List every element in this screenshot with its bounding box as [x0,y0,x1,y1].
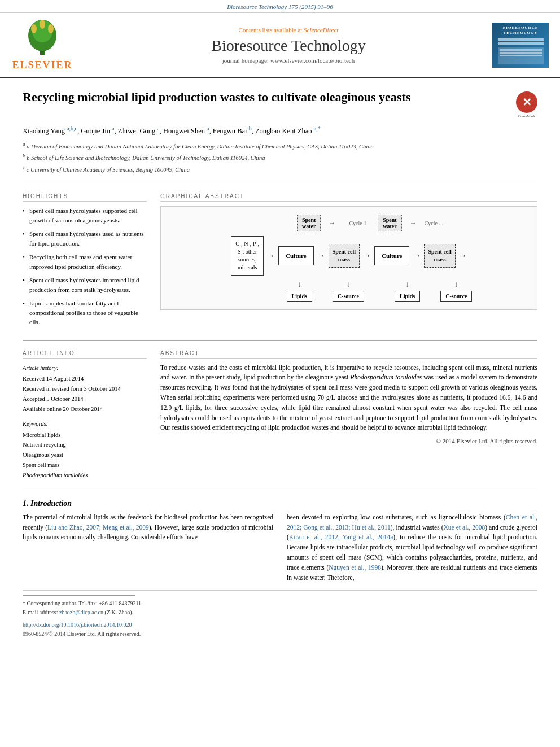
keyword-2: Nutrient recycling [23,440,147,450]
abstract-section: ABSTRACT To reduce wastes and the costs … [160,350,537,480]
elsevier-label: ELSEVIER [12,59,72,71]
journal-citation: Bioresource Technology 175 (2015) 91–96 [227,3,333,10]
graphical-abstract-label: GRAPHICAL ABSTRACT [160,193,537,202]
issn-line: 0960-8524/© 2014 Elsevier Ltd. All right… [23,630,537,639]
intro-right-col: been devoted to exploring low cost subst… [287,513,537,583]
journal-header: ELSEVIER Contents lists available at Sci… [0,13,560,78]
keyword-5: Rhodosporidium toruloides [23,470,147,480]
article-info-section: ARTICLE INFO Article history: Received 1… [23,350,147,480]
accepted-date: Accepted 5 October 2014 [23,394,147,404]
revised-date: Received in revised form 3 October 2014 [23,384,147,394]
logo-decoration [498,38,544,45]
intro-left-col: The potential of microbial lipids as the… [23,513,273,583]
journal-logo-right: BIORESOURCETECHNOLOGY [492,23,549,68]
keyword-3: Oleaginous yeast [23,450,147,460]
divider-2 [23,340,537,341]
abstract-text: To reduce wastes and the costs of microb… [160,363,537,434]
footnote-area: * Corresponding author. Tel./fax: +86 41… [23,590,537,639]
svg-point-4 [40,20,45,29]
elsevier-logo: ELSEVIER [11,19,73,71]
sciencedirect-line: Contents lists available at ScienceDirec… [85,27,492,33]
keyword-1: Microbial lipids [23,430,147,440]
crossmark-badge: ✕ CrossMark [516,91,537,119]
article-content: Recycling microbial lipid production was… [0,78,560,650]
abstract-label: ABSTRACT [160,350,537,359]
article-info-label: ARTICLE INFO [23,350,147,359]
and-text: and [489,524,498,531]
ref-yang: Yang et al., 2014a [343,534,393,540]
highlights-list: Spent cell mass hydrolysates supported c… [23,206,147,327]
affiliations: a a Division of Biotechnology and Dalian… [23,140,537,174]
corresponding-author: * Corresponding author. Tel./fax: +86 41… [23,599,537,608]
ref-meng: Meng et al., 2009 [103,524,149,531]
highlight-item: Spent cell mass hydrolysates supported c… [23,206,147,225]
elsevier-tree-icon [20,19,65,58]
highlights-label: HIGHLIGHTS [23,193,147,202]
highlight-item: Spent cell mass hydrolysates used as nut… [23,229,147,248]
journal-homepage: journal homepage: www.elsevier.com/locat… [85,57,492,64]
divider-1 [23,184,537,184]
logo-title-text: BIORESOURCETECHNOLOGY [503,25,539,36]
journal-top-header: Bioresource Technology 175 (2015) 91–96 [0,0,560,13]
authors-line: Xiaobing Yang a,b,c, Guojie Jin a, Zhiwe… [23,124,537,137]
footnote-divider [23,595,135,596]
keywords-label: Keywords: [23,419,147,429]
highlights-section: HIGHLIGHTS Spent cell mass hydrolysates … [23,193,147,331]
highlights-abstract-row: HIGHLIGHTS Spent cell mass hydrolysates … [23,193,537,331]
journal-center: Contents lists available at ScienceDirec… [85,27,492,64]
journal-title: Bioresource Technology [85,37,492,55]
ref-kiran: Kiran et al., 2012; [289,534,340,540]
available-date: Available online 20 October 2014 [23,404,147,414]
ref-gong: Gong et al., 2013; [303,524,350,531]
history-label: Article history: [23,363,147,373]
email-address: E-mail address: zhaozb@dicp.ac.cn (Z.K. … [23,608,537,617]
divider-3 [23,490,537,490]
ref-hu: Hu et al., 2011 [352,524,391,531]
highlight-item: Lipid samples had similar fatty acid com… [23,299,147,327]
introduction-section: 1. Introduction The potential of microbi… [23,499,537,583]
graphical-abstract-section: GRAPHICAL ABSTRACT Spentwater → Cycle 1 … [160,193,537,331]
ref-liu-zhao: Liu and Zhao, 2007; [47,524,101,531]
keyword-4: Spent cell mass [23,460,147,470]
intro-heading: 1. Introduction [23,499,537,508]
svg-point-5 [48,24,54,33]
ref-xue: Xue et al., 2008 [444,524,485,531]
highlight-item: Spent cell mass hydrolysates improved li… [23,276,147,294]
received-date: Received 14 August 2014 [23,374,147,384]
svg-point-3 [31,24,37,33]
copyright-line: © 2014 Elsevier Ltd. All rights reserved… [160,438,537,444]
article-history: Article history: Received 14 August 2014… [23,363,147,414]
intro-text-columns: The potential of microbial lipids as the… [23,513,537,583]
highlight-item: Recycling both cell mass and spent water… [23,252,147,271]
keywords-section: Keywords: Microbial lipids Nutrient recy… [23,419,147,480]
ref-nguyen: Nguyen et al., 1998 [329,564,381,571]
doi-link: http://dx.doi.org/10.1016/j.biortech.201… [23,622,132,628]
email-link: zhaozb@dicp.ac.cn [59,609,103,615]
article-title: Recycling microbial lipid production was… [23,89,508,106]
info-abstract-row: ARTICLE INFO Article history: Received 1… [23,350,537,480]
